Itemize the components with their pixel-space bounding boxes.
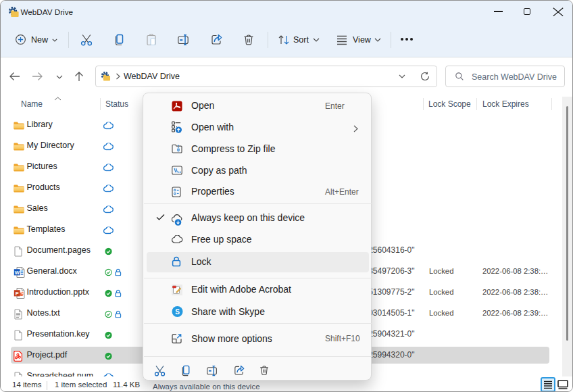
svg-text:W: W xyxy=(15,269,20,275)
svg-text:P: P xyxy=(16,290,19,296)
svg-text:S: S xyxy=(175,308,180,316)
